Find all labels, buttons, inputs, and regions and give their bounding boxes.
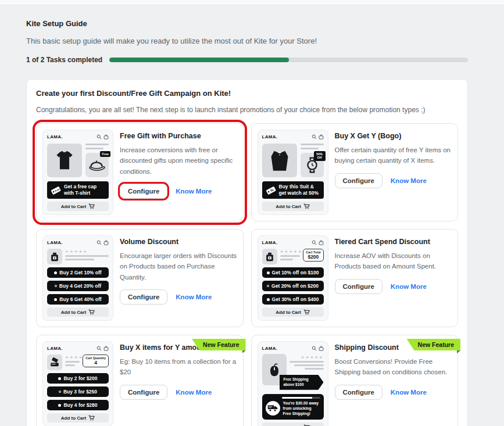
promo-card-2: LAMA. 50% Off%Buy this Suit & get watch … bbox=[251, 123, 459, 221]
preview-header: LAMA. bbox=[262, 239, 324, 246]
secondary-product-box: Free bbox=[85, 153, 109, 177]
know-more-link[interactable]: Know More bbox=[391, 177, 427, 184]
preview-brand-label: LAMA. bbox=[47, 346, 63, 351]
progress-label: 1 of 2 Tasks completed bbox=[26, 56, 102, 64]
know-more-link[interactable]: Know More bbox=[176, 293, 212, 300]
rating-stars: ★★★★★ bbox=[280, 249, 301, 253]
storefront-preview: LAMA. ★★★★★Cart Quantity4Buy 2 for $200B… bbox=[42, 341, 113, 426]
promo-card-actions: Configure Know More bbox=[335, 173, 452, 188]
promotion-cards-grid: LAMA. FreeFreeGet a free cap with T-shir… bbox=[36, 123, 458, 426]
add-to-cart-label: Add to Cart bbox=[276, 310, 301, 315]
configure-button[interactable]: Configure bbox=[120, 385, 167, 400]
configure-button[interactable]: Configure bbox=[120, 289, 167, 305]
know-more-link[interactable]: Know More bbox=[176, 389, 212, 396]
promo-card-4: LAMA. ★★★★★Cart Total$200Get 10% off on … bbox=[251, 229, 459, 327]
search-icon bbox=[312, 346, 317, 351]
configure-button[interactable]: Configure bbox=[335, 279, 383, 294]
promo-card-6: New Feature LAMA. ★★★★★Free Shipping abo… bbox=[251, 335, 459, 426]
rating-stars: ★★★★★ bbox=[289, 355, 324, 359]
bag-icon bbox=[103, 134, 109, 139]
new-feature-badge: New Feature bbox=[407, 339, 460, 350]
preview-header-icons bbox=[312, 346, 324, 351]
promo-card-actions: Configure Know More bbox=[335, 279, 452, 294]
rating-stars: ★★★★★ bbox=[65, 355, 80, 359]
storefront-preview: LAMA. 50% Off%Buy this Suit & get watch … bbox=[258, 130, 328, 215]
promo-card-content: Free Gift with Purchase Increase convers… bbox=[120, 130, 237, 215]
pill-bullet-icon bbox=[58, 404, 61, 407]
rating-stars: ★★★★★ bbox=[65, 249, 109, 253]
promo-card-content: Tiered Cart Spend Discount Increase AOV … bbox=[335, 235, 452, 321]
cart-icon bbox=[88, 415, 95, 421]
preview-add-to-cart: Add to Cart bbox=[47, 413, 109, 423]
promo-card-content: Buy X items for Y amount Eg: Buy 10 item… bbox=[120, 341, 237, 426]
know-more-link[interactable]: Know More bbox=[391, 389, 427, 396]
preview-header: LAMA. bbox=[262, 134, 324, 140]
truck-icon-circle bbox=[266, 401, 280, 416]
product-side-column: Free bbox=[85, 144, 109, 177]
offer-banner-text: Get a free cap with T-shirt bbox=[64, 184, 106, 196]
cart-icon bbox=[303, 309, 310, 315]
setup-progress: 1 of 2 Tasks completed bbox=[26, 56, 468, 64]
know-more-link[interactable]: Know More bbox=[176, 188, 212, 195]
preview-product-row: ★★★★★Cart Total$200 bbox=[262, 249, 324, 264]
offer-pill-text: Get 10% off on $100 bbox=[272, 270, 319, 275]
configure-button[interactable]: Configure bbox=[335, 173, 383, 188]
preview-add-to-cart: Add to Cart bbox=[262, 423, 324, 426]
pill-bullet-icon bbox=[267, 298, 270, 301]
preview-offer-pill: Get 30% off on $400 bbox=[262, 294, 324, 305]
storefront-preview: LAMA. ★★★★★Buy 2 Get 10% offBuy 4 Get 20… bbox=[42, 235, 113, 321]
preview-offer-pill: Get 20% off on $200 bbox=[262, 281, 324, 291]
promo-card-content: Shipping Discount Boost Conversions! Pro… bbox=[335, 341, 452, 426]
placeholder-line bbox=[280, 259, 294, 260]
promo-card-actions: Configure Know More bbox=[120, 385, 237, 400]
configure-button[interactable]: Configure bbox=[120, 184, 167, 199]
promo-card-description: Boost Conversions! Provide Free Shipping… bbox=[335, 356, 452, 378]
campaign-panel: Create your first Discount/Free Gift Cam… bbox=[26, 79, 468, 426]
promo-card-title: Volume Discount bbox=[120, 238, 237, 246]
shipping-promo-row: You're $30.00 away from unlocking Free S… bbox=[266, 400, 320, 417]
promo-card-actions: Configure Know More bbox=[120, 184, 237, 199]
preview-add-to-cart: Add to Cart bbox=[47, 202, 109, 211]
progress-bar-fill bbox=[109, 58, 288, 62]
preview-body: 50% Off%Buy this Suit & get watch at 50%… bbox=[262, 144, 324, 211]
badge-fold-corner bbox=[242, 350, 246, 353]
cart-info-value: 4 bbox=[85, 360, 106, 366]
preview-product-row: ★★★★★Cart Quantity4 bbox=[47, 355, 109, 370]
pill-bullet-icon bbox=[54, 298, 57, 301]
search-icon bbox=[96, 134, 102, 139]
preview-header-icons bbox=[312, 240, 324, 245]
preview-add-to-cart: Add to Cart bbox=[47, 307, 109, 317]
know-more-link[interactable]: Know More bbox=[391, 283, 427, 290]
preview-brand-label: LAMA. bbox=[47, 240, 63, 245]
pill-bullet-icon bbox=[267, 271, 270, 274]
preview-body: ★★★★★Cart Total$200Get 10% off on $100Ge… bbox=[262, 249, 324, 317]
offer-pill-text: Buy 4 for $280 bbox=[63, 402, 97, 408]
jar-icon bbox=[265, 252, 274, 262]
promo-card-title: Buy X Get Y (Bogo) bbox=[335, 132, 452, 140]
pill-bullet-icon bbox=[267, 285, 269, 287]
mouse-icon bbox=[269, 362, 280, 378]
pill-bullet-icon bbox=[54, 271, 57, 274]
card-reader-icon bbox=[49, 357, 60, 367]
bag-icon bbox=[103, 346, 109, 351]
preview-offer-pill: Buy 4 for $280 bbox=[47, 400, 109, 410]
configure-button[interactable]: Configure bbox=[335, 385, 383, 400]
pill-bullet-icon bbox=[55, 285, 57, 287]
product-discount-badge: Free bbox=[100, 151, 110, 157]
placeholder-line bbox=[294, 364, 323, 366]
shipping-promo-text: You're $30.00 away from unlocking Free S… bbox=[283, 400, 320, 417]
product-thumb-box bbox=[262, 249, 277, 264]
preview-header-icons bbox=[312, 134, 324, 139]
preview-brand-label: LAMA. bbox=[262, 240, 278, 245]
secondary-product-box: 50% Off bbox=[301, 153, 324, 177]
page-subtitle: This basic setup guide will make you rea… bbox=[26, 37, 468, 45]
tshirt-icon bbox=[53, 151, 76, 170]
top-nav-edge bbox=[0, 0, 504, 5]
preview-brand-label: LAMA. bbox=[262, 346, 278, 351]
promo-card-title: Free Gift with Purchase bbox=[120, 132, 237, 140]
preview-body: FreeFreeGet a free cap with T-shirtAdd t… bbox=[47, 144, 109, 211]
promo-card-5: New Feature LAMA. ★★★★★Cart Quantity4Buy… bbox=[36, 335, 244, 426]
promo-card-title: Tiered Cart Spend Discount bbox=[335, 238, 452, 246]
preview-product-row: ★★★★★ bbox=[47, 249, 109, 264]
preview-add-to-cart: Add to Cart bbox=[262, 307, 324, 317]
